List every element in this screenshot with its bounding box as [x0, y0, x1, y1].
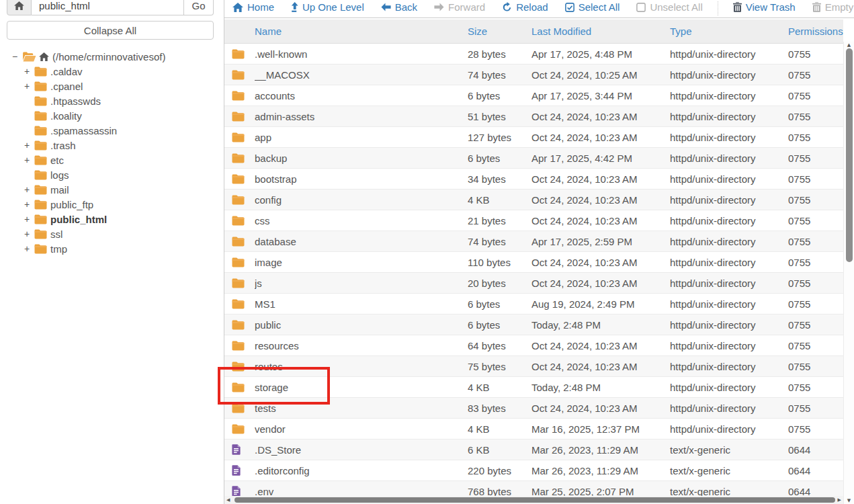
toolbar-button-back[interactable]: Back	[381, 1, 417, 13]
cell-permissions: 0755	[788, 194, 843, 206]
folder-icon	[232, 112, 255, 122]
cell-size: 4 KB	[468, 423, 531, 435]
cell-permissions: 0755	[788, 132, 843, 143]
file-row-backup[interactable]: backup6 bytesApr 17, 2025, 4:42 PMhttpd/…	[224, 148, 843, 169]
tree-item-public-ftp[interactable]: +public_ftp	[0, 197, 224, 212]
scroll-up-arrow-icon[interactable]: ▲	[844, 42, 854, 48]
tree-item-ssl[interactable]: +ssl	[0, 226, 224, 241]
tree-item-cpanel[interactable]: +.cpanel	[0, 79, 224, 93]
column-header-permissions[interactable]: Permissions	[788, 26, 843, 37]
cell-name: resources	[255, 340, 468, 351]
cell-size: 34 bytes	[468, 173, 531, 185]
go-button[interactable]: Go	[184, 0, 214, 15]
file-row-app[interactable]: app127 bytesOct 24, 2024, 10:23 AMhttpd/…	[224, 127, 843, 148]
file-row-well-known[interactable]: .well-known28 bytesApr 17, 2025, 4:48 PM…	[224, 44, 843, 65]
tree-item-public-html[interactable]: +public_html	[0, 212, 224, 226]
file-row-config[interactable]: config4 KBOct 24, 2024, 10:23 AMhttpd/un…	[224, 190, 843, 210]
folder-icon	[34, 81, 47, 91]
folder-icon	[34, 185, 47, 195]
cell-type: httpd/unix-directory	[670, 361, 788, 372]
file-row-editorconfig[interactable]: .editorconfig220 bytesMar 26, 2023, 11:2…	[224, 460, 843, 481]
column-header-modified[interactable]: Last Modified	[531, 26, 670, 37]
tree-item-caldav[interactable]: +.caldav	[0, 64, 224, 79]
vertical-scrollbar[interactable]: ▲ ▼	[843, 42, 854, 504]
toolbar-button-reload[interactable]: Reload	[502, 1, 548, 13]
file-row-macosx[interactable]: __MACOSX74 bytesOct 24, 2024, 10:25 AMht…	[224, 65, 843, 85]
directory-tree: −(/home/crminnovativesof)+.caldav+.cpane…	[0, 49, 224, 256]
tree-item-label: .trash	[50, 140, 76, 151]
toolbar-button-view-trash[interactable]: View Trash	[733, 1, 796, 13]
file-row-vendor[interactable]: vendor4 KBMar 16, 2025, 12:37 PMhttpd/un…	[224, 419, 843, 439]
collapse-toggle-icon[interactable]: −	[12, 51, 22, 62]
toolbar-button-home[interactable]: Home	[232, 1, 274, 13]
file-row-public[interactable]: public6 bytesToday, 2:48 PMhttpd/unix-di…	[224, 314, 843, 335]
cell-name: admin-assets	[255, 111, 468, 122]
folder-icon	[34, 155, 47, 165]
tree-root[interactable]: −(/home/crminnovativesof)	[0, 49, 224, 64]
expand-toggle-icon[interactable]: +	[24, 199, 34, 210]
tree-item-koality[interactable]: .koality	[0, 108, 224, 123]
file-row-resources[interactable]: resources64 bytesOct 24, 2024, 10:23 AMh…	[224, 335, 843, 356]
tree-item-trash[interactable]: +.trash	[0, 138, 224, 153]
cell-name: .DS_Store	[255, 444, 468, 456]
cell-name: database	[255, 236, 468, 247]
file-row-image[interactable]: image110 bytesOct 24, 2024, 10:23 AMhttp…	[224, 252, 843, 273]
file-row-routes[interactable]: routes75 bytesOct 24, 2024, 10:23 AMhttp…	[224, 356, 843, 377]
tree-item-mail[interactable]: +mail	[0, 182, 224, 197]
cell-size: 74 bytes	[468, 69, 531, 81]
horizontal-scrollbar-thumb[interactable]	[234, 497, 835, 503]
column-header-type[interactable]: Type	[670, 26, 788, 37]
cell-type: httpd/unix-directory	[670, 257, 788, 268]
path-home-button[interactable]	[7, 0, 32, 15]
expand-toggle-icon[interactable]: +	[24, 184, 34, 195]
column-header-name[interactable]: Name	[255, 26, 468, 37]
folder-icon	[232, 195, 255, 205]
folder-icon	[232, 70, 255, 80]
cell-modified: Mar 25, 2025, 2:07 PM	[531, 486, 670, 497]
cell-permissions: 0755	[788, 69, 843, 81]
file-row-database[interactable]: database74 bytesApr 17, 2025, 2:59 PMhtt…	[224, 231, 843, 252]
cell-type: httpd/unix-directory	[670, 153, 788, 164]
expand-toggle-icon[interactable]: +	[24, 243, 34, 254]
collapse-all-button[interactable]: Collapse All	[7, 21, 214, 40]
column-header-size[interactable]: Size	[468, 26, 531, 37]
tree-item-spamassassin[interactable]: .spamassassin	[0, 123, 224, 138]
expand-toggle-icon[interactable]: +	[24, 228, 34, 239]
path-input[interactable]	[32, 0, 184, 15]
file-row-css[interactable]: css21 bytesOct 24, 2024, 10:23 AMhttpd/u…	[224, 210, 843, 231]
cell-type: httpd/unix-directory	[670, 194, 788, 206]
toolbar-button-label: Home	[247, 1, 274, 13]
cell-type: httpd/unix-directory	[670, 90, 788, 101]
expand-toggle-icon[interactable]: +	[24, 214, 34, 224]
scroll-left-arrow-icon[interactable]: ◀	[226, 497, 230, 503]
file-row-accounts[interactable]: accounts6 bytesApr 17, 2025, 3:44 PMhttp…	[224, 85, 843, 106]
file-row-admin-assets[interactable]: admin-assets51 bytesOct 24, 2024, 10:23 …	[224, 106, 843, 127]
expand-toggle-icon[interactable]: +	[24, 140, 34, 151]
scroll-down-arrow-icon[interactable]: ▼	[844, 498, 854, 503]
expand-toggle-icon[interactable]: +	[24, 66, 34, 77]
cell-type: httpd/unix-directory	[670, 319, 788, 331]
file-row-bootstrap[interactable]: bootstrap34 bytesOct 24, 2024, 10:23 AMh…	[224, 169, 843, 190]
expand-toggle-icon[interactable]: +	[24, 155, 34, 165]
tree-item-tmp[interactable]: +tmp	[0, 241, 224, 256]
vertical-scrollbar-thumb[interactable]	[846, 48, 853, 262]
folder-icon	[232, 216, 255, 226]
tree-item-etc[interactable]: +etc	[0, 153, 224, 167]
file-row-ms1[interactable]: MS16 bytesAug 19, 2024, 2:49 PMhttpd/uni…	[224, 294, 843, 314]
file-row-ds-store[interactable]: .DS_Store6 KBMar 26, 2023, 11:29 AMtext/…	[224, 439, 843, 460]
tree-item-logs[interactable]: logs	[0, 167, 224, 182]
cell-modified: Mar 16, 2025, 12:37 PM	[531, 423, 670, 435]
expand-toggle-icon[interactable]: +	[24, 81, 34, 91]
file-row-storage[interactable]: storage4 KBToday, 2:48 PMhttpd/unix-dire…	[224, 377, 843, 398]
tree-item-htpasswds[interactable]: .htpasswds	[0, 93, 224, 108]
toolbar-button-select-all[interactable]: Select All	[565, 1, 620, 13]
cell-name: MS1	[255, 298, 468, 310]
file-row-tests[interactable]: tests83 bytesOct 24, 2024, 10:23 AMhttpd…	[224, 398, 843, 419]
tree-item-label: public_ftp	[50, 199, 93, 210]
scroll-right-arrow-icon[interactable]: ▶	[838, 497, 841, 503]
cell-permissions: 0755	[788, 382, 843, 393]
horizontal-scrollbar[interactable]: ◀ ▶	[224, 496, 843, 504]
folder-icon	[34, 67, 47, 77]
file-row-js[interactable]: js20 bytesOct 24, 2024, 10:23 AMhttpd/un…	[224, 273, 843, 294]
toolbar-button-up-one-level[interactable]: Up One Level	[291, 1, 364, 13]
